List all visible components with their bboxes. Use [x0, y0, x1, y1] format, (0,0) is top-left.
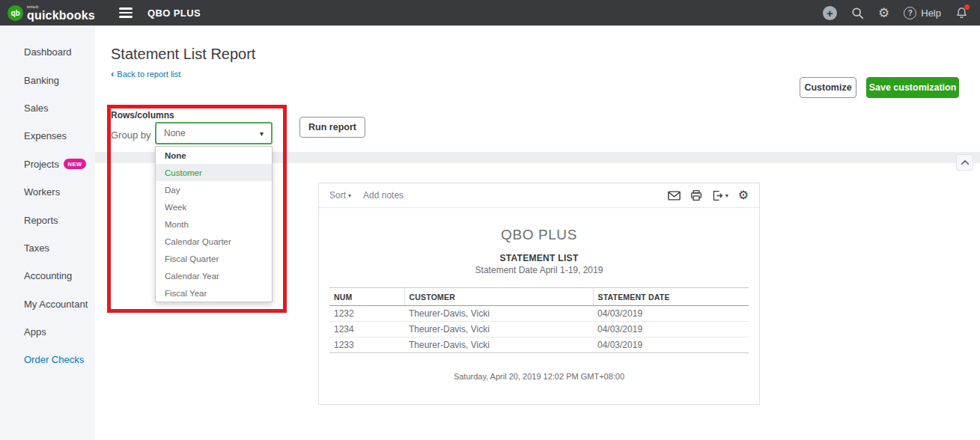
- dropdown-option-week[interactable]: Week: [156, 198, 272, 216]
- run-report-button[interactable]: Run report: [299, 117, 365, 138]
- sidebar-item-label: My Accountant: [24, 299, 88, 310]
- page-title: Statement List Report: [111, 46, 255, 63]
- sort-control[interactable]: Sort ▾: [329, 190, 351, 201]
- quickbooks-logo[interactable]: qb intuit quickbooks: [7, 4, 95, 22]
- sidebar-item-label: Accounting: [24, 270, 72, 281]
- table-header-row: NUM CUSTOMER STATEMENT DATE: [329, 288, 749, 306]
- sidebar-item-sales[interactable]: Sales: [0, 94, 95, 122]
- app-window: qb intuit quickbooks QBO PLUS + ⚙ ? Help: [0, 0, 980, 440]
- collapse-section-button[interactable]: [956, 154, 973, 171]
- notification-dot: [964, 4, 970, 10]
- dropdown-option-calendar-year[interactable]: Calendar Year: [156, 267, 272, 284]
- dropdown-option-month[interactable]: Month: [156, 216, 272, 233]
- rows-columns-section-label: Rows/columns: [111, 110, 174, 120]
- sidebar-item-label: Reports: [24, 215, 58, 226]
- hamburger-menu-icon[interactable]: [119, 5, 133, 20]
- dropdown-option-none[interactable]: None: [156, 147, 272, 164]
- cell-num: 1234: [329, 322, 404, 337]
- topbar-actions: + ⚙ ? Help: [823, 6, 968, 20]
- back-link-label: Back to report list: [117, 70, 180, 79]
- sidebar-item-apps[interactable]: Apps: [0, 318, 95, 346]
- sidebar-item-label: Dashboard: [24, 46, 72, 58]
- sidebar-item-banking[interactable]: Banking: [0, 66, 95, 94]
- sidebar-item-my-accountant[interactable]: My Accountant: [0, 290, 95, 318]
- group-by-select[interactable]: None ▾: [155, 122, 273, 144]
- top-navigation-bar: qb intuit quickbooks QBO PLUS + ⚙ ? Help: [0, 0, 980, 26]
- sidebar-item-label: Taxes: [24, 242, 49, 254]
- table-row[interactable]: 1234 Theurer-Davis, Vicki 04/03/2019: [329, 322, 749, 337]
- save-customization-button[interactable]: Save customization: [866, 77, 959, 98]
- report-toolbar-icons: ▾ ⚙: [668, 189, 749, 201]
- sidebar-item-label: Workers: [24, 186, 60, 198]
- dropdown-option-calendar-quarter[interactable]: Calendar Quarter: [156, 233, 272, 250]
- sidebar-item-label: Apps: [24, 326, 46, 337]
- chevron-down-icon: ▾: [725, 192, 728, 199]
- table-row[interactable]: 1233 Theurer-Davis, Vicki 04/03/2019: [329, 337, 749, 353]
- new-badge: NEW: [64, 159, 86, 169]
- column-header-num[interactable]: NUM: [329, 288, 404, 306]
- group-by-selected-value: None: [164, 128, 260, 138]
- chevron-left-icon: ‹: [111, 69, 114, 79]
- group-by-label: Group by: [111, 129, 150, 141]
- cell-statement-date: 04/03/2019: [593, 322, 749, 337]
- chevron-down-icon: ▾: [348, 192, 351, 199]
- cell-customer: Theurer-Davis, Vicki: [404, 337, 593, 353]
- report-subtitle: Statement Date April 1-19, 2019: [319, 265, 759, 275]
- report-panel: Sort ▾ Add notes ▾: [318, 183, 760, 405]
- sidebar-item-order-checks[interactable]: Order Checks: [0, 346, 95, 373]
- help-icon: ?: [904, 7, 916, 19]
- sidebar-item-taxes[interactable]: Taxes: [0, 234, 95, 262]
- column-header-customer[interactable]: CUSTOMER: [404, 288, 593, 306]
- cell-statement-date: 04/03/2019: [593, 337, 749, 353]
- sidebar-item-projects[interactable]: ProjectsNEW: [0, 150, 95, 178]
- help-button[interactable]: ? Help: [904, 7, 941, 19]
- statement-list-table: NUM CUSTOMER STATEMENT DATE 1232 Theurer…: [329, 287, 749, 353]
- create-plus-icon[interactable]: +: [823, 6, 837, 20]
- dropdown-option-customer[interactable]: Customer: [156, 164, 272, 181]
- help-label: Help: [921, 7, 941, 19]
- main-content: Statement List Report ‹ Back to report l…: [95, 26, 980, 440]
- column-header-statement-date[interactable]: STATEMENT DATE: [593, 288, 749, 306]
- sidebar-item-accounting[interactable]: Accounting: [0, 262, 95, 290]
- cell-num: 1233: [329, 337, 404, 353]
- dropdown-option-fiscal-quarter[interactable]: Fiscal Quarter: [156, 250, 272, 267]
- customize-button[interactable]: Customize: [800, 77, 856, 98]
- dropdown-option-day[interactable]: Day: [156, 181, 272, 198]
- add-notes-link[interactable]: Add notes: [363, 190, 404, 201]
- cell-num: 1232: [329, 306, 404, 322]
- sidebar-item-workers[interactable]: Workers: [0, 178, 95, 206]
- sidebar-item-label: Order Checks: [24, 354, 84, 365]
- sort-label: Sort: [329, 190, 346, 201]
- quickbooks-label: quickbooks: [27, 9, 95, 22]
- group-by-dropdown-list: None Customer Day Week Month Calendar Qu…: [155, 146, 273, 302]
- cell-statement-date: 04/03/2019: [593, 306, 749, 322]
- sidebar-item-dashboard[interactable]: Dashboard: [0, 38, 95, 66]
- gear-icon[interactable]: ⚙: [738, 189, 749, 201]
- print-icon[interactable]: [690, 190, 702, 201]
- search-icon[interactable]: [851, 7, 864, 19]
- back-to-report-list-link[interactable]: ‹ Back to report list: [111, 69, 180, 79]
- notifications-bell-icon[interactable]: [955, 6, 968, 19]
- sidebar-item-label: Expenses: [24, 130, 67, 141]
- export-icon[interactable]: ▾: [712, 190, 728, 201]
- sidebar-navigation: Dashboard Banking Sales Expenses Project…: [0, 26, 95, 440]
- cell-customer: Theurer-Davis, Vicki: [404, 322, 593, 337]
- table-row[interactable]: 1232 Theurer-Davis, Vicki 04/03/2019: [329, 306, 749, 322]
- gear-icon[interactable]: ⚙: [878, 7, 889, 19]
- sidebar-item-label: Sales: [24, 103, 49, 114]
- chevron-down-icon: ▾: [260, 129, 264, 138]
- report-toolbar: Sort ▾ Add notes ▾: [319, 183, 759, 208]
- report-footer-timestamp: Saturday, April 20, 2019 12:02 PM GMT+08…: [319, 372, 759, 381]
- email-icon[interactable]: [668, 191, 681, 201]
- report-title: STATEMENT LIST: [319, 253, 759, 263]
- dropdown-option-fiscal-year[interactable]: Fiscal Year: [156, 284, 272, 302]
- qb-logo-icon: qb: [7, 5, 23, 21]
- sidebar-item-expenses[interactable]: Expenses: [0, 122, 95, 150]
- sidebar-item-reports[interactable]: Reports: [0, 206, 95, 233]
- sidebar-item-label: Banking: [24, 75, 59, 86]
- company-name: QBO PLUS: [147, 7, 201, 19]
- sidebar-item-label: Projects: [24, 159, 59, 170]
- cell-customer: Theurer-Davis, Vicki: [404, 306, 593, 322]
- brand-text: intuit quickbooks: [27, 4, 95, 22]
- report-company-name: QBO PLUS: [319, 227, 759, 243]
